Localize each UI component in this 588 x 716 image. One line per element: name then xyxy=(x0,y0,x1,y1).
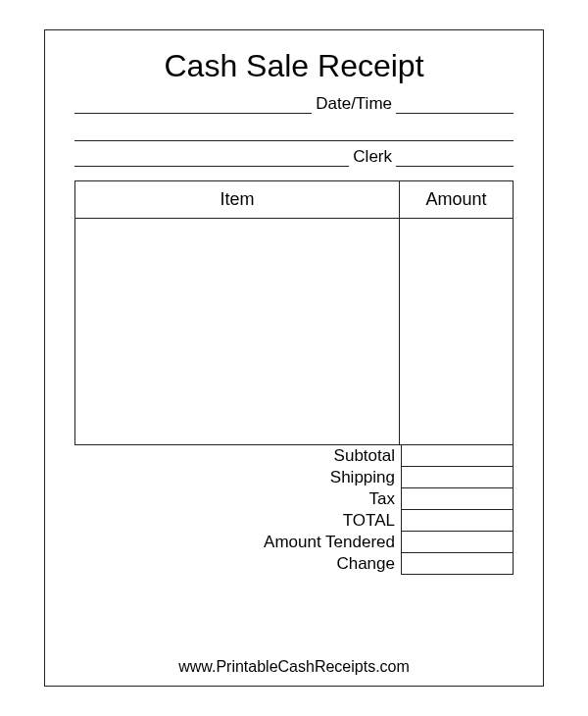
shipping-field[interactable] xyxy=(401,467,514,488)
total-label: TOTAL xyxy=(74,510,401,532)
footer-url: www.PrintableCashReceipts.com xyxy=(45,658,543,676)
datetime-field[interactable] xyxy=(396,92,514,114)
shipping-label: Shipping xyxy=(74,467,401,488)
clerk-field[interactable] xyxy=(396,145,514,167)
total-row: TOTAL xyxy=(74,510,514,532)
subtotal-field[interactable] xyxy=(401,445,514,467)
shipping-row: Shipping xyxy=(74,467,514,488)
subtotal-row: Subtotal xyxy=(74,445,514,467)
total-field[interactable] xyxy=(401,510,514,532)
totals-section: Subtotal Shipping Tax TOTAL Amount Tende… xyxy=(74,445,514,575)
datetime-row: Date/Time xyxy=(74,92,514,114)
table-header: Item Amount xyxy=(75,181,513,219)
change-label: Change xyxy=(74,553,401,575)
clerk-left-line[interactable] xyxy=(74,145,349,167)
amount-header: Amount xyxy=(400,181,513,218)
tendered-field[interactable] xyxy=(401,532,514,553)
receipt-page: Cash Sale Receipt Date/Time Clerk Item A… xyxy=(44,29,544,687)
change-row: Change xyxy=(74,553,514,575)
blank-line-1[interactable] xyxy=(74,120,514,141)
tax-label: Tax xyxy=(74,488,401,510)
items-table: Item Amount xyxy=(74,180,514,445)
amount-cell[interactable] xyxy=(400,219,513,444)
tendered-row: Amount Tendered xyxy=(74,532,514,553)
clerk-label: Clerk xyxy=(349,147,396,167)
page-title: Cash Sale Receipt xyxy=(74,48,514,84)
item-cell[interactable] xyxy=(75,219,400,444)
datetime-label: Date/Time xyxy=(312,94,396,114)
item-header: Item xyxy=(75,181,400,218)
tax-row: Tax xyxy=(74,488,514,510)
table-body xyxy=(75,219,513,444)
clerk-row: Clerk xyxy=(74,145,514,167)
subtotal-label: Subtotal xyxy=(74,445,401,467)
datetime-left-line[interactable] xyxy=(74,92,312,114)
change-field[interactable] xyxy=(401,553,514,575)
tax-field[interactable] xyxy=(401,488,514,510)
tendered-label: Amount Tendered xyxy=(74,532,401,553)
